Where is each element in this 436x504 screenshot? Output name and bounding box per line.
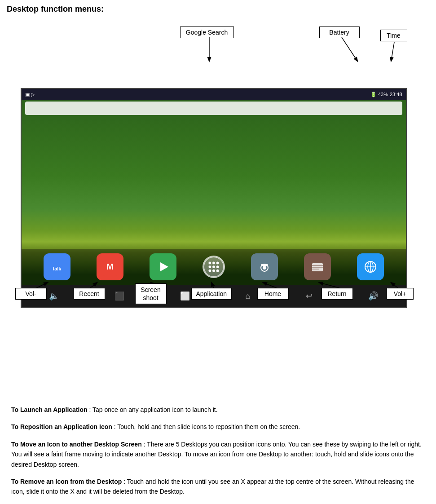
svg-point-8 xyxy=(212,262,215,265)
reposition-bold: To Reposition an Application Icon xyxy=(11,423,112,430)
search-bar[interactable] xyxy=(25,102,402,115)
diagram-container: Google Search Battery Time ▣ ▷ 🔋 43% 23:… xyxy=(7,18,429,396)
svg-rect-24 xyxy=(312,269,319,270)
svg-rect-19 xyxy=(261,264,268,266)
android-screen: ▣ ▷ 🔋 43% 23:48 talk M xyxy=(21,88,407,308)
return-nav[interactable]: ↩ xyxy=(306,291,313,301)
time-indicator: 23:48 xyxy=(390,92,402,97)
google-search-label: Google Search xyxy=(180,27,234,38)
launch-text: : Tap once on any application icon to la… xyxy=(89,406,217,413)
page-title: Desktop function menus: xyxy=(7,4,429,14)
vol-plus-nav[interactable]: 🔊 xyxy=(368,291,378,301)
svg-point-9 xyxy=(216,262,219,265)
vol-minus-nav[interactable]: 🔈 xyxy=(49,291,59,301)
paragraph-move: To Move an Icon to another Desktop Scree… xyxy=(11,439,425,469)
svg-line-31 xyxy=(342,37,357,61)
reposition-text: : Touch, hold and then slide icons to re… xyxy=(114,423,300,430)
talk-icon[interactable]: talk xyxy=(44,253,70,280)
svg-point-12 xyxy=(216,265,219,268)
play-icon[interactable] xyxy=(150,253,176,280)
camera-icon[interactable] xyxy=(251,253,278,280)
screen-shoot-label: Screenshoot xyxy=(135,283,167,304)
files-icon[interactable] xyxy=(304,253,331,280)
gmail-icon[interactable]: M xyxy=(97,253,123,280)
svg-point-14 xyxy=(212,270,215,272)
battery-label: Battery xyxy=(319,27,360,38)
svg-text:talk: talk xyxy=(53,266,62,271)
home-label: Home xyxy=(257,288,289,300)
svg-rect-22 xyxy=(312,265,323,266)
svg-line-32 xyxy=(391,42,394,61)
vol-minus-label: Vol- xyxy=(15,288,47,300)
status-left: ▣ ▷ xyxy=(25,92,35,97)
paragraph-launch: To Launch an Application : Tap once on a… xyxy=(11,405,425,415)
status-right: 🔋 43% 23:48 xyxy=(370,92,402,97)
home-nav[interactable]: ⌂ xyxy=(245,292,250,301)
svg-point-10 xyxy=(208,265,211,268)
apps-icon[interactable] xyxy=(203,256,225,278)
application-label: Application xyxy=(191,288,232,300)
launch-bold: To Launch an Application xyxy=(11,406,88,413)
paragraph-remove: To Remove an Icon from the Desktop : Tou… xyxy=(11,477,425,497)
paragraph-reposition: To Reposition an Application Icon : Touc… xyxy=(11,422,425,432)
move-bold: To Move an Icon to another Desktop Scree… xyxy=(11,441,142,448)
remove-bold: To Remove an Icon from the Desktop xyxy=(11,478,122,485)
app-dock: talk M xyxy=(22,249,406,285)
status-notifications: ▣ ▷ xyxy=(25,92,35,97)
svg-point-7 xyxy=(208,262,211,265)
svg-point-11 xyxy=(212,265,215,268)
recent-nav[interactable]: ⬛ xyxy=(115,291,124,301)
svg-text:M: M xyxy=(106,262,113,271)
status-bar: ▣ ▷ 🔋 43% 23:48 xyxy=(22,89,406,100)
return-label: Return xyxy=(321,288,353,300)
svg-rect-23 xyxy=(312,267,323,268)
recent-label: Recent xyxy=(74,288,105,300)
svg-point-13 xyxy=(208,270,211,272)
svg-point-15 xyxy=(216,270,219,272)
text-content: To Launch an Application : Tap once on a… xyxy=(7,405,429,504)
battery-indicator: 🔋 43% xyxy=(370,92,388,97)
time-label: Time xyxy=(380,30,407,41)
screen-shoot-nav[interactable]: ⬜ xyxy=(180,291,190,301)
browser-icon[interactable] xyxy=(357,253,384,280)
vol-plus-label: Vol+ xyxy=(387,288,414,300)
svg-point-18 xyxy=(263,266,266,270)
